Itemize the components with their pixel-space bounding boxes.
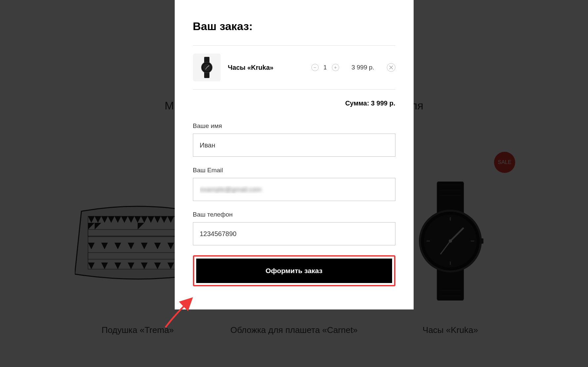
name-input[interactable] (193, 134, 395, 157)
submit-highlight: Оформить заказ (193, 255, 395, 286)
close-icon (389, 65, 393, 69)
total-value: 3 999 р. (371, 100, 395, 107)
phone-label: Ваш телефон (193, 211, 395, 218)
remove-item-button[interactable] (387, 63, 395, 72)
increase-quantity-button[interactable]: + (332, 64, 339, 71)
submit-order-button[interactable]: Оформить заказ (196, 259, 392, 283)
email-label: Ваш Email (193, 167, 395, 174)
watch-thumb-icon (200, 57, 213, 78)
order-thumbnail (193, 54, 221, 81)
modal-title: Ваш заказ: (193, 20, 395, 33)
email-field-group: Ваш Email (193, 167, 395, 201)
quantity-value: 1 (323, 64, 327, 71)
phone-input[interactable] (193, 222, 395, 245)
name-field-group: Ваше имя (193, 122, 395, 157)
order-total: Сумма: 3 999 р. (193, 90, 395, 122)
phone-field-group: Ваш телефон (193, 211, 395, 245)
quantity-stepper: − 1 + (311, 64, 339, 71)
total-label: Сумма: (345, 100, 369, 107)
order-item-price: 3 999 р. (346, 64, 380, 71)
name-label: Ваше имя (193, 122, 395, 130)
order-item-name: Часы «Kruka» (228, 64, 304, 71)
checkout-modal: Ваш заказ: Часы «Kruka» − 1 + 3 999 р. (175, 0, 414, 309)
decrease-quantity-button[interactable]: − (311, 64, 319, 71)
email-input[interactable] (193, 178, 395, 201)
order-item-row: Часы «Kruka» − 1 + 3 999 р. (193, 45, 395, 90)
